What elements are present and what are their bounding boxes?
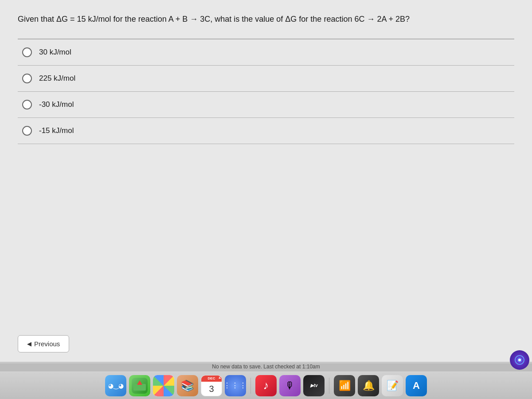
dock-divider (250, 378, 251, 394)
dock-item-calendar[interactable]: DEC 3 2 (201, 375, 222, 396)
answer-label-b: 225 kJ/mol (39, 74, 75, 83)
answer-label-d: -15 kJ/mol (39, 126, 74, 135)
dock: DEC 3 2 (0, 372, 532, 399)
dock-item-notification[interactable] (358, 375, 379, 396)
radio-a[interactable] (22, 47, 32, 57)
dock-item-podcasts[interactable] (279, 375, 301, 396)
answer-option-a[interactable]: 30 kJ/mol (18, 39, 514, 66)
nav-area: ◀ Previous (0, 329, 532, 359)
dock-item-signal[interactable] (334, 375, 355, 396)
previous-button[interactable]: ◀ Previous (18, 335, 69, 352)
answer-option-d[interactable]: -15 kJ/mol (18, 118, 514, 144)
dock-item-maps[interactable] (129, 375, 150, 396)
question-text: Given that ΔG = 15 kJ/mol for the reacti… (18, 13, 514, 25)
svg-point-5 (518, 359, 521, 361)
dock-item-texteditor[interactable] (382, 375, 403, 396)
status-bar: No new data to save. Last checked at 1:1… (0, 362, 532, 372)
dock-item-photos[interactable] (153, 375, 174, 396)
answer-option-c[interactable]: -30 kJ/mol (18, 92, 514, 118)
quiz-container: Given that ΔG = 15 kJ/mol for the reacti… (0, 0, 532, 364)
radio-d[interactable] (22, 126, 32, 136)
answer-options: 30 kJ/mol 225 kJ/mol -30 kJ/mol -15 kJ/m… (18, 39, 514, 329)
dock-item-appstore[interactable] (406, 375, 427, 396)
svg-rect-1 (133, 384, 146, 391)
answer-label-a: 30 kJ/mol (39, 48, 71, 57)
dock-item-tv[interactable] (303, 375, 325, 396)
radio-b[interactable] (22, 74, 32, 83)
answer-label-c: -30 kJ/mol (39, 100, 74, 109)
calendar-day: 3 (209, 382, 214, 396)
answer-option-b[interactable]: 225 kJ/mol (18, 66, 514, 92)
dock-item-launchpad[interactable] (225, 375, 246, 396)
status-text: No new data to save. Last checked at 1:1… (212, 364, 320, 370)
dock-item-music[interactable] (255, 375, 277, 396)
previous-label: Previous (34, 340, 60, 348)
dock-divider-2 (329, 378, 329, 394)
radio-c[interactable] (22, 100, 32, 110)
dock-item-finder[interactable] (105, 375, 126, 396)
prev-arrow-icon: ◀ (27, 340, 31, 347)
calendar-badge: 2 (216, 375, 222, 381)
siri-button[interactable] (510, 350, 529, 370)
dock-item-books[interactable] (177, 375, 198, 396)
